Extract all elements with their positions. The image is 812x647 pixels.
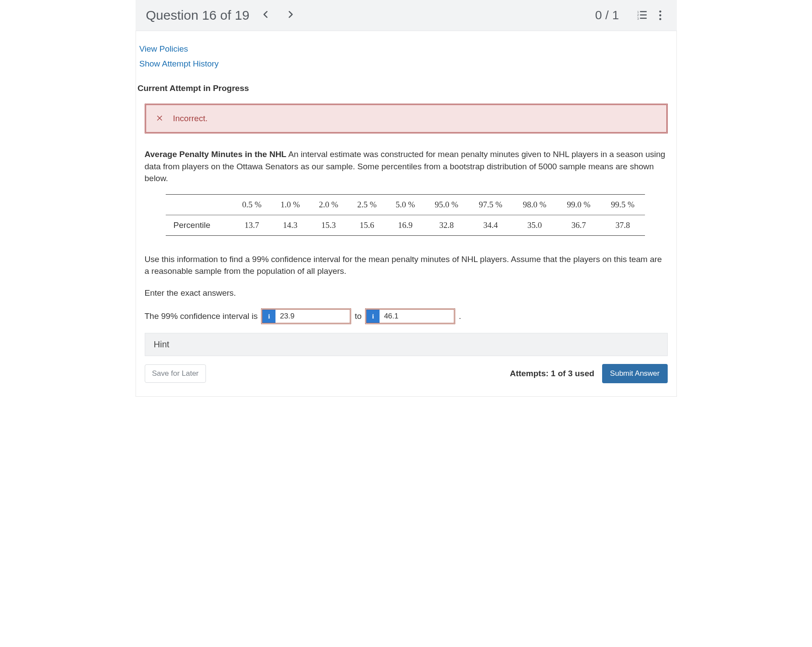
table-cell: 15.3	[310, 215, 348, 235]
svg-text:2: 2	[637, 14, 639, 17]
table-corner	[166, 194, 233, 215]
table-row: Percentile 13.7 14.3 15.3 15.6 16.9 32.8…	[166, 215, 645, 235]
show-attempt-history-link[interactable]: Show Attempt History	[139, 56, 676, 71]
question-paragraph2: Use this information to find a 99% confi…	[145, 253, 668, 277]
svg-rect-3	[640, 14, 646, 16]
svg-point-8	[659, 18, 661, 20]
table-header: 95.0 %	[425, 194, 469, 215]
status-banner-incorrect: Incorrect.	[145, 104, 668, 133]
answer-line: The 99% confidence interval is i to i .	[145, 308, 668, 324]
ci-upper-input[interactable]	[380, 310, 454, 323]
table-cell: 14.3	[271, 215, 310, 235]
answer-input-group-lower: i	[261, 308, 351, 324]
table-header: 2.0 %	[310, 194, 348, 215]
svg-rect-1	[640, 11, 646, 12]
incorrect-x-icon	[156, 113, 164, 124]
svg-point-6	[659, 10, 661, 13]
attempts-text: Attempts: 1 of 3 used	[510, 369, 594, 378]
next-question-button[interactable]	[286, 9, 295, 21]
footer-row: Save for Later Attempts: 1 of 3 used Sub…	[145, 364, 668, 383]
save-for-later-button[interactable]: Save for Later	[145, 364, 206, 383]
svg-rect-5	[640, 17, 646, 19]
table-header: 5.0 %	[386, 194, 425, 215]
table-cell: 16.9	[386, 215, 425, 235]
ci-lower-input[interactable]	[275, 310, 350, 323]
nav-arrows	[261, 9, 295, 21]
table-header: 97.5 %	[469, 194, 513, 215]
question-title: Question 16 of 19	[146, 8, 250, 23]
answer-input-group-upper: i	[365, 308, 455, 324]
table-cell: 36.7	[557, 215, 601, 235]
score-display: 0 / 1	[595, 8, 619, 22]
table-cell: 37.8	[601, 215, 645, 235]
prev-question-button[interactable]	[261, 9, 270, 21]
info-icon[interactable]: i	[262, 310, 275, 323]
submit-answer-button[interactable]: Submit Answer	[602, 364, 667, 383]
svg-text:3: 3	[637, 17, 639, 20]
table-header: 98.0 %	[512, 194, 557, 215]
status-label: Incorrect.	[173, 114, 208, 123]
table-cell: 15.6	[348, 215, 386, 235]
info-icon[interactable]: i	[366, 310, 380, 323]
answer-to: to	[355, 311, 362, 321]
question-list-icon[interactable]: 1 2 3	[636, 9, 648, 21]
svg-point-7	[659, 14, 661, 17]
header-bar: Question 16 of 19 0 / 1 1 2 3	[136, 0, 677, 31]
table-header: 0.5 %	[233, 194, 271, 215]
answer-period: .	[459, 311, 461, 321]
table-row-label: Percentile	[166, 215, 233, 235]
question-heading: Average Penalty Minutes in the NHL	[145, 150, 286, 159]
table-header: 1.0 %	[271, 194, 310, 215]
table-header: 99.5 %	[601, 194, 645, 215]
table-cell: 34.4	[469, 215, 513, 235]
question-intro: Average Penalty Minutes in the NHL An in…	[145, 148, 668, 185]
table-header: 2.5 %	[348, 194, 386, 215]
table-cell: 35.0	[512, 215, 557, 235]
question-paragraph3: Enter the exact answers.	[145, 287, 668, 299]
answer-prefix: The 99% confidence interval is	[145, 311, 258, 321]
view-policies-link[interactable]: View Policies	[139, 42, 676, 56]
percentile-table: 0.5 % 1.0 % 2.0 % 2.5 % 5.0 % 95.0 % 97.…	[166, 194, 645, 236]
table-cell: 13.7	[233, 215, 271, 235]
table-header: 99.0 %	[557, 194, 601, 215]
more-menu-icon[interactable]	[654, 9, 666, 21]
hint-toggle[interactable]: Hint	[145, 333, 668, 356]
current-attempt-heading: Current Attempt in Progress	[138, 84, 676, 93]
svg-text:1: 1	[637, 10, 639, 14]
table-cell: 32.8	[425, 215, 469, 235]
